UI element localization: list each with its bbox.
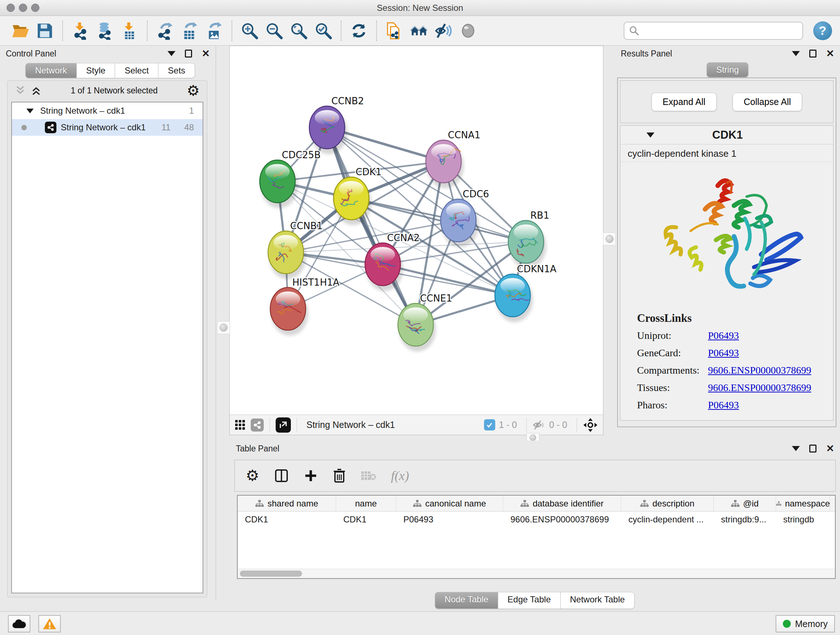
network-row[interactable]: String Network – cdk1 11 48 bbox=[12, 119, 202, 136]
open-folder-icon[interactable] bbox=[11, 20, 30, 41]
network-node-cdkn1a[interactable]: CDKN1A bbox=[495, 264, 556, 322]
export-image-icon[interactable] bbox=[204, 20, 224, 41]
zoom-selected-icon[interactable] bbox=[314, 20, 333, 41]
node-label: CDC6 bbox=[463, 188, 489, 200]
column-header--id[interactable]: @id bbox=[714, 496, 776, 511]
scrollbar-thumb[interactable] bbox=[240, 570, 302, 577]
crosslink-link[interactable]: P06493 bbox=[708, 399, 739, 411]
table-cell[interactable]: 9606.ENSP00000378699 bbox=[503, 511, 621, 527]
refresh-icon[interactable] bbox=[349, 20, 369, 41]
network-canvas[interactable]: CCNB2CCNA1CDC25BCDK1CDC6RB1CCNB1CCNA2CDK… bbox=[230, 46, 603, 415]
delete-column-icon[interactable] bbox=[332, 468, 346, 483]
network-node-cdc25b[interactable]: CDC25B bbox=[260, 149, 321, 208]
gear-icon[interactable]: ⚙ bbox=[246, 468, 259, 483]
tab-string[interactable]: String bbox=[706, 62, 749, 78]
tab-edge-table[interactable]: Edge Table bbox=[498, 592, 561, 609]
network-view[interactable]: CCNB2CCNA1CDC25BCDK1CDC6RB1CCNB1CCNA2CDK… bbox=[229, 46, 603, 435]
panel-menu-icon[interactable] bbox=[792, 51, 800, 56]
table-cell[interactable]: stringdb:9... bbox=[714, 511, 776, 527]
protein-collapse-icon[interactable] bbox=[646, 133, 654, 138]
expand-all-button[interactable]: Expand All bbox=[652, 93, 717, 111]
table-cell[interactable]: cyclin-dependent ... bbox=[621, 511, 714, 527]
columns-icon[interactable] bbox=[274, 468, 289, 483]
birds-eye-icon[interactable] bbox=[235, 420, 246, 431]
network-node-ccne1[interactable]: CCNE1 bbox=[398, 293, 452, 352]
gear-icon[interactable]: ⚙ bbox=[187, 83, 200, 98]
import-network-database-icon[interactable] bbox=[95, 20, 115, 41]
export-table-icon[interactable] bbox=[180, 20, 199, 41]
table-cell[interactable]: stringdb bbox=[776, 511, 830, 527]
network-node-hist1h1a[interactable]: HIST1H1A bbox=[270, 277, 339, 336]
crosshair-icon[interactable] bbox=[583, 417, 598, 432]
zoom-in-icon[interactable] bbox=[240, 20, 259, 41]
network-node-ccnb1[interactable]: CCNB1 bbox=[268, 220, 323, 279]
column-header-canonical-name[interactable]: canonical name bbox=[396, 496, 503, 511]
crosslink-link[interactable]: 9606.ENSP00000378699 bbox=[708, 382, 811, 394]
panel-float-icon[interactable] bbox=[809, 445, 816, 453]
tab-network-table[interactable]: Network Table bbox=[561, 592, 635, 609]
expand-all-icon[interactable] bbox=[31, 85, 42, 96]
panel-close-icon[interactable]: ✕ bbox=[826, 444, 834, 454]
collection-collapse-icon[interactable] bbox=[27, 109, 34, 113]
table-cell[interactable]: CDK1 bbox=[238, 511, 336, 527]
tab-select[interactable]: Select bbox=[115, 63, 158, 78]
tab-network[interactable]: Network bbox=[25, 63, 77, 78]
right-splitter-handle[interactable] bbox=[603, 233, 616, 245]
hidden-eye-icon[interactable] bbox=[532, 420, 546, 431]
column-header-database-identifier[interactable]: database identifier bbox=[503, 496, 621, 511]
cloud-icon[interactable] bbox=[8, 615, 30, 632]
crosslink-link[interactable]: P06493 bbox=[708, 330, 739, 341]
network-node-rb1[interactable]: RB1 bbox=[508, 210, 549, 269]
network-label: String Network – cdk1 bbox=[61, 122, 146, 133]
zoom-fit-icon[interactable] bbox=[289, 20, 309, 41]
table-row[interactable]: CDK1CDK1P064939606.ENSP00000378699cyclin… bbox=[238, 511, 835, 527]
panel-menu-icon[interactable] bbox=[792, 446, 800, 451]
string-eye-slash-icon[interactable] bbox=[434, 20, 453, 41]
panel-close-icon[interactable]: ✕ bbox=[202, 49, 210, 59]
collapse-all-button[interactable]: Collapse All bbox=[733, 93, 802, 111]
import-table-icon[interactable] bbox=[120, 20, 139, 41]
network-collection-row[interactable]: String Network – cdk1 1 bbox=[12, 103, 202, 119]
protein-card-header[interactable]: CDK1 bbox=[621, 126, 833, 144]
network-node-cdk1[interactable]: CDK1 bbox=[333, 166, 382, 225]
node-table[interactable]: shared namenamecanonical namedatabase id… bbox=[237, 495, 836, 579]
crosslink-link[interactable]: P06493 bbox=[708, 347, 739, 359]
panel-menu-icon[interactable] bbox=[167, 51, 175, 56]
warning-icon[interactable] bbox=[38, 615, 61, 632]
column-header-shared-name[interactable]: shared name bbox=[238, 496, 336, 511]
panel-float-icon[interactable] bbox=[809, 50, 816, 57]
table-cell[interactable]: P06493 bbox=[396, 511, 503, 527]
collapse-all-icon[interactable] bbox=[15, 85, 26, 96]
tab-style[interactable]: Style bbox=[77, 63, 115, 78]
add-column-icon[interactable] bbox=[303, 469, 318, 483]
string-homology-icon[interactable] bbox=[409, 20, 429, 41]
help-icon[interactable]: ? bbox=[813, 21, 832, 40]
tab-node-table[interactable]: Node Table bbox=[435, 592, 498, 609]
open-in-window-icon[interactable] bbox=[276, 417, 291, 432]
save-icon[interactable] bbox=[35, 20, 55, 41]
zoom-out-icon[interactable] bbox=[264, 20, 284, 41]
column-header-name[interactable]: name bbox=[336, 496, 396, 511]
memory-button[interactable]: Memory bbox=[775, 615, 835, 632]
share-icon[interactable] bbox=[251, 418, 264, 432]
selected-checkbox-icon[interactable] bbox=[484, 419, 495, 431]
search-field[interactable] bbox=[624, 22, 803, 40]
glass-ball-icon[interactable] bbox=[458, 20, 478, 41]
table-cell[interactable]: CDK1 bbox=[336, 511, 396, 527]
tab-sets[interactable]: Sets bbox=[158, 63, 195, 78]
import-network-icon[interactable] bbox=[71, 20, 90, 41]
network-list-panel: 1 of 1 Network selected ⚙ String Network… bbox=[7, 80, 207, 597]
column-header-namespace[interactable]: namespace bbox=[776, 496, 830, 511]
string-document-icon[interactable] bbox=[385, 20, 404, 41]
panel-float-icon[interactable] bbox=[185, 50, 192, 57]
network-node-ccna1[interactable]: CCNA1 bbox=[426, 130, 480, 188]
network-edge[interactable] bbox=[327, 127, 416, 325]
left-splitter-handle[interactable] bbox=[217, 321, 230, 334]
table-horizontal-scrollbar[interactable] bbox=[238, 569, 835, 578]
column-header-description[interactable]: description bbox=[621, 496, 714, 511]
search-input[interactable] bbox=[639, 26, 791, 36]
network-node-ccnb2[interactable]: CCNB2 bbox=[309, 96, 364, 154]
panel-close-icon[interactable]: ✕ bbox=[826, 49, 834, 59]
crosslink-link[interactable]: 9606.ENSP00000378699 bbox=[708, 364, 811, 376]
export-network-icon[interactable] bbox=[155, 20, 175, 41]
